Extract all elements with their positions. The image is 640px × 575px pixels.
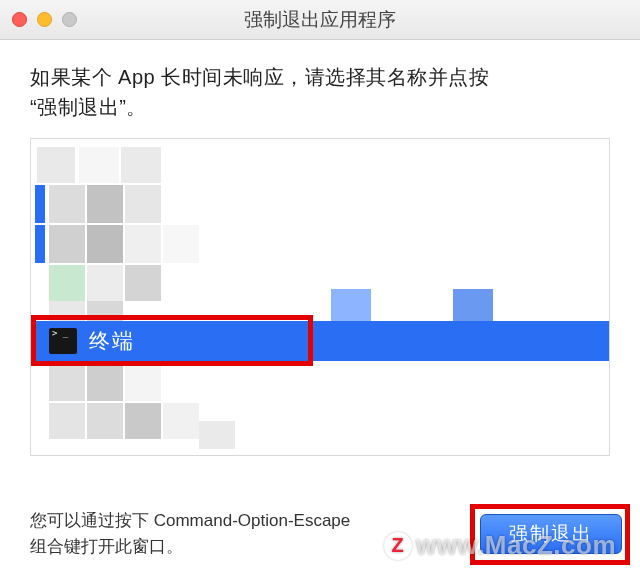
button-container: 强制退出 [480, 514, 622, 554]
footer: 您可以通过按下 Command-Option-Escape 组合键打开此窗口。 … [30, 508, 622, 559]
close-icon[interactable] [12, 12, 27, 27]
window-title: 强制退出应用程序 [0, 7, 640, 33]
force-quit-button[interactable]: 强制退出 [480, 514, 622, 554]
hint-line1: 您可以通过按下 Command-Option-Escape [30, 511, 350, 530]
instruction-line2: “强制退出”。 [30, 96, 147, 118]
selected-app-name: 终端 [89, 327, 135, 355]
instruction-text: 如果某个 App 长时间未响应，请选择其名称并点按 “强制退出”。 [30, 62, 610, 122]
window-titlebar: 强制退出应用程序 [0, 0, 640, 40]
obscured-content [31, 139, 609, 455]
content-area: 如果某个 App 长时间未响应，请选择其名称并点按 “强制退出”。 [0, 40, 640, 456]
instruction-line1: 如果某个 App 长时间未响应，请选择其名称并点按 [30, 66, 489, 88]
hint-line2: 组合键打开此窗口。 [30, 537, 183, 556]
list-item-selected[interactable]: 终端 [31, 321, 609, 361]
terminal-icon [49, 328, 77, 354]
maximize-icon [62, 12, 77, 27]
hint-text: 您可以通过按下 Command-Option-Escape 组合键打开此窗口。 [30, 508, 350, 559]
app-list[interactable]: 终端 [30, 138, 610, 456]
minimize-icon[interactable] [37, 12, 52, 27]
traffic-lights [12, 12, 77, 27]
